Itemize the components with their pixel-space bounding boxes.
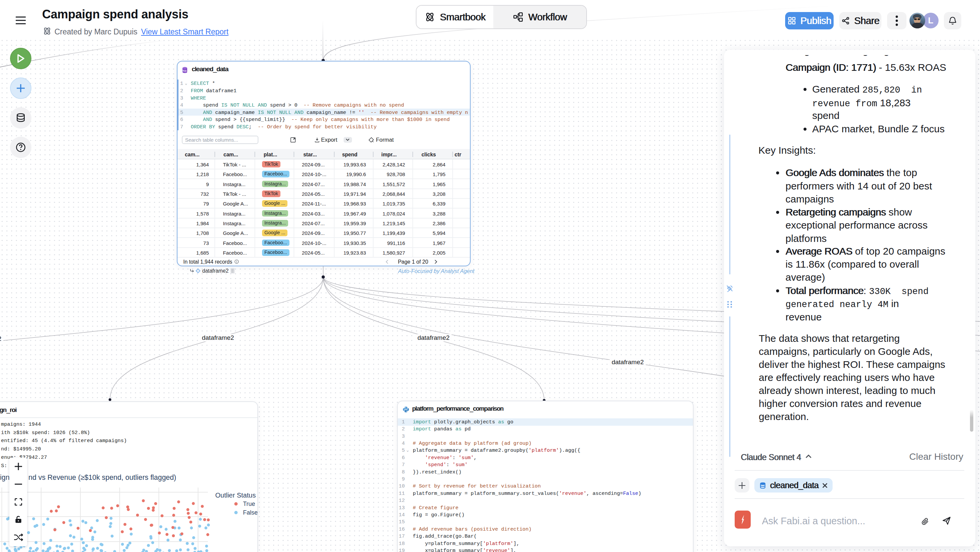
svg-text:SQL: SQL (183, 70, 187, 72)
